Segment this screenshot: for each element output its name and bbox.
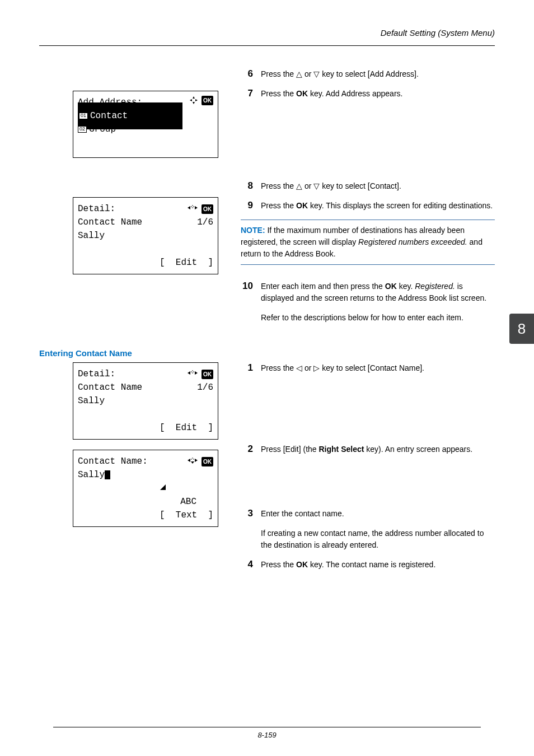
svg-marker-16 <box>188 459 190 462</box>
t: OK <box>296 89 308 98</box>
dpad-horiz-icon <box>188 367 198 381</box>
lcd-softkey-edit: [ Edit ] <box>160 421 213 435</box>
signal-icon <box>124 468 167 508</box>
step-text: Press the △ or ▽ key to select [Contact]… <box>261 180 495 192</box>
t: Press the <box>261 201 296 210</box>
step-text: Press the OK key. The contact name is re… <box>261 559 495 571</box>
svg-point-15 <box>192 372 193 374</box>
note-label: NOTE: <box>241 226 265 235</box>
svg-marker-4 <box>188 206 190 209</box>
step-number: 6 <box>241 68 253 80</box>
step-number: 1 <box>241 362 253 374</box>
step-text: Enter each item and then press the OK ke… <box>261 281 495 324</box>
lcd-title: Contact Name: <box>78 455 148 468</box>
subheading-entering-contact-name: Entering Contact Name <box>39 348 495 358</box>
page-footer: 8-159 <box>0 727 534 739</box>
step-text: Press [Edit] (the Right Select key). An … <box>261 444 495 455</box>
dpad-down-icon <box>188 455 198 468</box>
ok-icon: OK <box>202 204 213 214</box>
svg-marker-2 <box>190 99 192 101</box>
step-number: 10 <box>241 281 253 324</box>
t: OK <box>385 282 397 291</box>
svg-marker-11 <box>195 371 198 375</box>
svg-point-6 <box>192 205 193 206</box>
step-text: Press the ◁ or ▷ key to select [Contact … <box>261 362 495 374</box>
note-block: NOTE: If the maximum number of destinati… <box>241 220 495 265</box>
svg-point-18 <box>192 458 193 459</box>
lcd-field-label: Contact Name <box>78 381 142 394</box>
step-8: 8 Press the △ or ▽ key to select [Contac… <box>241 180 495 192</box>
lcd-entry-value: Sally <box>78 468 105 482</box>
item-index: 01 <box>79 113 88 119</box>
ok-icon: OK <box>202 457 213 466</box>
t: key). An entry screen appears. <box>364 445 472 454</box>
step-7: 7 Press the OK key. Add Address appears. <box>241 88 495 100</box>
svg-point-8 <box>193 206 194 207</box>
text-cursor-icon <box>105 470 110 479</box>
note-text-italic: Registered numbers exceeded. <box>358 237 467 246</box>
t: key. This displays the screen for editin… <box>308 201 493 210</box>
header-rule <box>39 45 495 46</box>
step-3b: 3 Enter the contact name. If creating a … <box>241 508 495 551</box>
t: OK <box>296 201 308 210</box>
t: Press the <box>261 89 296 98</box>
svg-point-14 <box>193 371 194 372</box>
step-10: 10 Enter each item and then press the OK… <box>241 281 495 324</box>
dpad-horiz-icon <box>188 202 198 216</box>
t: key. <box>397 282 415 291</box>
page-header: Default Setting (System Menu) <box>39 28 495 46</box>
svg-point-12 <box>192 370 193 371</box>
item-label: Group <box>89 123 116 136</box>
svg-point-19 <box>191 459 192 460</box>
lcd-softkey-text: [ Text ] <box>160 508 213 522</box>
svg-point-9 <box>192 207 193 208</box>
svg-marker-17 <box>195 459 198 462</box>
chapter-number: 8 <box>518 320 526 338</box>
page-number: 8-159 <box>0 731 534 739</box>
svg-marker-21 <box>191 461 194 464</box>
svg-marker-22 <box>160 484 166 490</box>
item-index: 02 <box>78 126 87 133</box>
t: key. The contact name is registered. <box>308 560 435 569</box>
svg-marker-0 <box>193 96 195 99</box>
lcd-detail-1: OK Detail: Contact Name 1/6 Sally [ Edit… <box>73 197 218 274</box>
svg-point-7 <box>191 206 192 207</box>
lcd-title: Detail: <box>78 202 115 216</box>
header-title: Default Setting (System Menu) <box>39 28 495 38</box>
step-number: 7 <box>241 88 253 100</box>
t: Enter the contact name. <box>261 509 344 518</box>
lcd-input-mode: ABC <box>180 495 196 508</box>
item-label: Contact <box>90 109 128 123</box>
t: Registered. <box>415 282 455 291</box>
chapter-tab: 8 <box>509 314 534 344</box>
svg-marker-10 <box>188 371 190 375</box>
step-text: Enter the contact name. If creating a ne… <box>261 508 495 551</box>
lcd-field-value: Sally <box>78 229 105 242</box>
lcd-title: Detail: <box>78 367 115 381</box>
step-2b: 2 Press [Edit] (the Right Select key). A… <box>241 444 495 455</box>
svg-marker-5 <box>195 206 198 209</box>
svg-point-13 <box>191 371 192 372</box>
t: OK <box>296 560 308 569</box>
step-number: 2 <box>241 444 253 455</box>
lcd-contact-name-entry: OK Contact Name: Sally ABC [ Text ] <box>73 450 218 527</box>
step-4b: 4 Press the OK key. The contact name is … <box>241 559 495 571</box>
lcd-softkey-edit: [ Edit ] <box>160 256 213 269</box>
lcd-page-indicator: 1/6 <box>197 381 213 394</box>
step-1b: 1 Press the ◁ or ▷ key to select [Contac… <box>241 362 495 374</box>
step-number: 8 <box>241 180 253 192</box>
ok-icon: OK <box>202 370 213 379</box>
t: Right Select <box>318 445 364 454</box>
step-number: 3 <box>241 508 253 551</box>
step-text: Press the △ or ▽ key to select [Add Addr… <box>261 68 495 80</box>
step-text: Press the OK key. Add Address appears. <box>261 88 495 100</box>
lcd-page-indicator: 1/6 <box>197 216 213 229</box>
svg-marker-1 <box>193 102 195 104</box>
lcd-add-address: OK Add Address: 01 Contact 02 Group <box>73 91 218 158</box>
t: Press the <box>261 560 296 569</box>
step-text: Press the OK key. This displays the scre… <box>261 200 495 212</box>
t: Refer to the descriptions below for how … <box>261 313 463 322</box>
t: If creating a new contact name, the addr… <box>261 529 484 549</box>
step-number: 4 <box>241 559 253 571</box>
lcd-field-value: Sally <box>78 394 105 408</box>
